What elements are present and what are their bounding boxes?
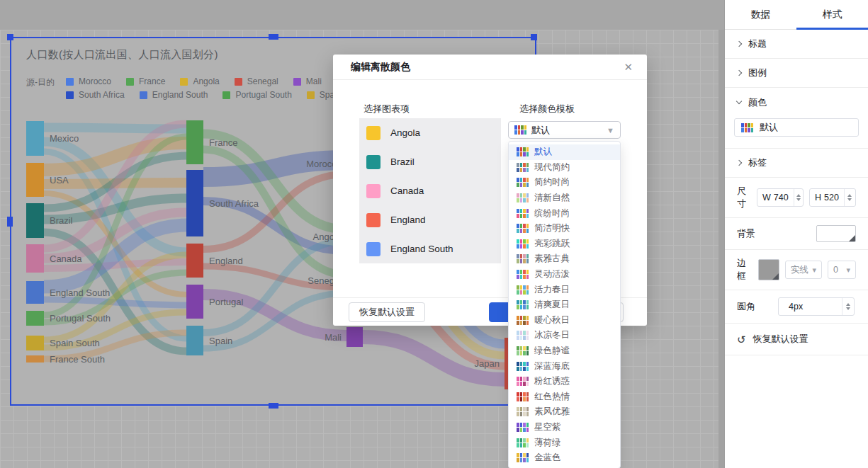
- chart-item-row[interactable]: Brazil: [359, 147, 501, 176]
- height-input[interactable]: H520: [809, 188, 856, 207]
- palette-icon: [517, 270, 529, 279]
- section-color[interactable]: 颜色: [725, 88, 868, 117]
- template-option[interactable]: 灵动活泼: [509, 267, 620, 282]
- palette-icon: [517, 316, 529, 325]
- template-option-label: 冰凉冬日: [534, 329, 570, 341]
- radius-stepper[interactable]: [842, 298, 854, 315]
- selection-handle-bottom[interactable]: [269, 403, 278, 409]
- chevron-down-icon: [736, 98, 742, 104]
- background-color-picker[interactable]: [816, 225, 856, 242]
- tab-data[interactable]: 数据: [725, 0, 796, 29]
- chart-item-label: England South: [390, 244, 453, 254]
- background-row: 背景: [725, 218, 868, 250]
- template-option[interactable]: 薄荷绿: [509, 435, 620, 450]
- color-setting-row: 默认: [725, 117, 868, 149]
- template-option[interactable]: 星空紫: [509, 420, 620, 435]
- sankey-node-mexico: [26, 121, 44, 156]
- sankey-node-label: Canada: [50, 253, 82, 264]
- template-option[interactable]: 清新自然: [509, 190, 620, 206]
- chart-item-row[interactable]: England: [359, 205, 501, 234]
- chevron-down-icon: ▼: [607, 126, 614, 135]
- template-label: 选择颜色模板: [519, 103, 575, 115]
- selection-handle-top-right[interactable]: [531, 34, 537, 40]
- border-color-picker[interactable]: [758, 259, 779, 280]
- radius-row: 圆角 4px: [725, 290, 868, 324]
- size-row: 尺寸 W740 H520: [725, 178, 868, 218]
- template-option[interactable]: 绿色静谧: [509, 343, 620, 359]
- sankey-node-label: Mexico: [50, 133, 79, 144]
- template-option[interactable]: 冰凉冬日: [509, 328, 620, 343]
- template-dropdown: 默认现代简约简约时尚清新自然缤纷时尚简洁明快亮彩跳跃素雅古典灵动活泼活力春日清爽…: [508, 141, 621, 468]
- palette-icon: [517, 300, 529, 309]
- sidebar-tabs: 数据 样式: [725, 0, 868, 30]
- border-style-select[interactable]: 实线▾: [785, 261, 822, 279]
- template-option[interactable]: 暖心秋日: [509, 313, 620, 329]
- chart-item-label: Brazil: [390, 156, 415, 167]
- border-row: 边框 实线▾ 0▾: [725, 250, 868, 290]
- template-option[interactable]: 简洁明快: [509, 221, 620, 236]
- sankey-node-brazil: [26, 203, 44, 238]
- palette-icon: [514, 125, 526, 135]
- sankey-node-label: Japan: [475, 358, 500, 369]
- width-input[interactable]: W740: [757, 188, 804, 207]
- template-option[interactable]: 清爽夏日: [509, 297, 620, 313]
- template-option[interactable]: 红色热情: [509, 389, 620, 405]
- template-option[interactable]: 现代简约: [509, 160, 620, 176]
- section-title[interactable]: 标题: [725, 30, 868, 59]
- item-color-swatch[interactable]: [366, 126, 381, 140]
- template-option[interactable]: 素风优雅: [509, 404, 620, 420]
- sankey-node-label: France: [209, 137, 237, 148]
- palette-icon: [517, 453, 529, 462]
- sankey-node-france: [186, 120, 203, 164]
- sidebar-restore-defaults[interactable]: ↺ 恢复默认设置: [725, 324, 868, 355]
- template-option[interactable]: 简约时尚: [509, 175, 620, 190]
- section-legend[interactable]: 图例: [725, 59, 868, 88]
- color-template-button[interactable]: 默认: [734, 118, 859, 137]
- chart-item-row[interactable]: Canada: [359, 176, 501, 205]
- template-option[interactable]: 亮彩跳跃: [509, 236, 620, 252]
- item-color-swatch[interactable]: [366, 242, 381, 256]
- palette-icon: [517, 407, 529, 416]
- template-option-label: 简约时尚: [534, 176, 570, 188]
- template-option[interactable]: 金蓝色: [509, 450, 620, 466]
- template-option[interactable]: 粉红诱惑: [509, 374, 620, 389]
- width-stepper[interactable]: [794, 189, 803, 206]
- template-option-label: 亮彩跳跃: [534, 238, 570, 250]
- palette-icon: [517, 239, 529, 249]
- chart-item-row[interactable]: Angola: [359, 118, 501, 147]
- close-icon[interactable]: ✕: [624, 61, 633, 74]
- template-option[interactable]: 活力春日: [509, 282, 620, 297]
- template-option[interactable]: 默认: [509, 144, 620, 160]
- template-option-label: 红色热情: [534, 391, 570, 403]
- selection-handle-left[interactable]: [7, 217, 13, 227]
- sankey-node-label: England: [209, 256, 243, 266]
- chart-item-label: Angola: [390, 127, 420, 138]
- item-color-swatch[interactable]: [366, 184, 381, 198]
- radius-input[interactable]: 4px: [778, 297, 855, 316]
- template-option[interactable]: 素雅古典: [509, 251, 620, 267]
- item-color-swatch[interactable]: [366, 155, 381, 169]
- sankey-node-label: Brazil: [50, 215, 73, 226]
- selection-handle-top-left[interactable]: [7, 34, 13, 40]
- template-option[interactable]: 深蓝海底: [509, 358, 620, 374]
- template-option[interactable]: 缤纷时尚: [509, 205, 620, 221]
- palette-icon: [517, 331, 529, 340]
- sankey-node-label: Spain South: [50, 338, 100, 348]
- chart-item-label: England: [390, 215, 426, 225]
- border-width-select[interactable]: 0▾: [828, 261, 856, 279]
- modal-title: 编辑离散颜色: [351, 61, 410, 74]
- item-color-swatch[interactable]: [366, 213, 381, 227]
- tab-style[interactable]: 样式: [796, 0, 868, 29]
- palette-icon: [517, 178, 529, 187]
- template-select[interactable]: 默认 ▼: [508, 121, 621, 139]
- palette-icon: [517, 193, 529, 202]
- selection-handle-top[interactable]: [269, 34, 278, 40]
- canvas-scrollbar[interactable]: [718, 30, 724, 468]
- section-label[interactable]: 标签: [725, 149, 868, 178]
- chart-item-row[interactable]: England South: [359, 234, 501, 263]
- restore-defaults-button[interactable]: 恢复默认设置: [349, 302, 425, 322]
- sankey-node-label: USA: [50, 175, 69, 186]
- height-stepper[interactable]: [844, 189, 855, 206]
- sankey-node-england-south: [26, 281, 44, 304]
- sankey-node-label: England South: [50, 287, 110, 298]
